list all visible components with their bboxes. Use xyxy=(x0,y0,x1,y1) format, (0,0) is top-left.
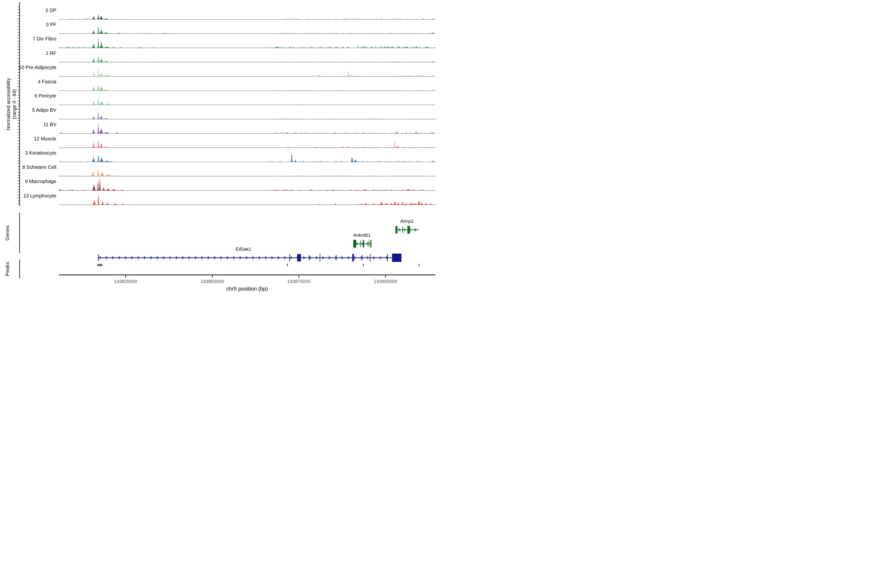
track-label-10-pre-adipocyte: 10 Pre-Adipocyte xyxy=(17,64,56,70)
track-label-5-adipo-bv: 5 Adipo BV xyxy=(17,107,56,113)
track-label-13-lymphocyte: 13 Lymphocyte xyxy=(17,193,56,199)
x-axis-title: chr5 position (bp) xyxy=(186,286,309,292)
track-label-9-macrophage: 9 Macrophage xyxy=(17,178,56,184)
y-axis-title: Normalized accessibility (range 0 - 84) xyxy=(5,78,17,130)
genes-section-label: Genes xyxy=(4,225,10,241)
track-label-11-bv: 11 BV xyxy=(17,122,56,128)
x-tick-label-143900000: 143900000 xyxy=(363,279,407,284)
track-label-8-schwann-cell: 8 Schwann Cell xyxy=(17,164,56,170)
track-label-6-pericyte: 6 Pericyte xyxy=(17,93,56,99)
track-label-7-div-fibro: 7 Div Fibro xyxy=(17,36,56,42)
track-label-0-pf: 0 PF xyxy=(17,22,56,27)
track-label-1-rf: 1 RF xyxy=(17,51,56,56)
y-axis-title-line1: Normalized accessibility xyxy=(5,78,11,130)
track-label-2-dp: 2 DP xyxy=(17,8,56,13)
track-label-12-muscle: 12 Muscle xyxy=(17,136,56,142)
gene-label-ankrd61: Ankrd61 xyxy=(335,232,389,238)
coverage-plot-figure: Normalized accessibility (range 0 - 84) … xyxy=(0,0,441,294)
gene-label-eif2ak1: Eif2ak1 xyxy=(217,246,270,252)
x-tick-label-143825000: 143825000 xyxy=(104,279,148,284)
x-tick-label-143850000: 143850000 xyxy=(190,279,234,284)
gene-label-aimp2: Aimp2 xyxy=(380,219,434,224)
x-tick-label-143875000: 143875000 xyxy=(277,279,321,284)
track-label-3-keratinocyte: 3 Keratinocyte xyxy=(17,150,56,156)
y-axis-title-line2: (range 0 - 84) xyxy=(11,78,17,130)
track-label-4-fascia: 4 Fascia xyxy=(17,79,56,84)
peaks-section-label: Peaks xyxy=(4,262,10,276)
